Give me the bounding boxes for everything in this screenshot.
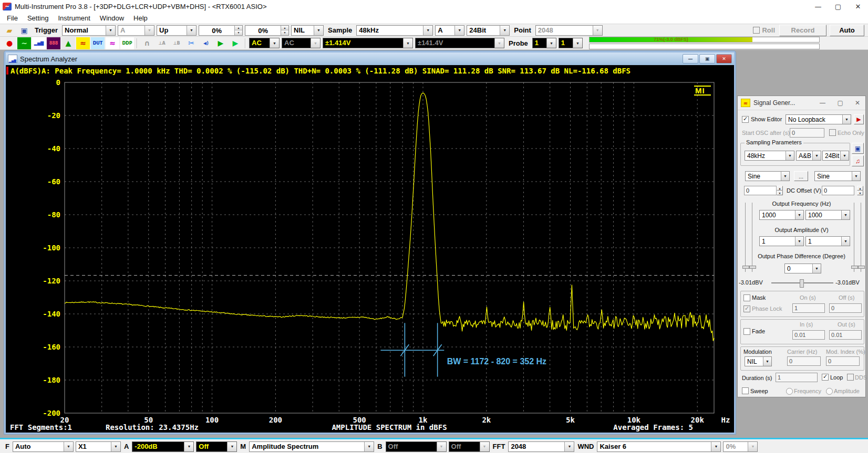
range-a-combo[interactable]: ±1.414V▼ [323,38,413,48]
dds-checkbox[interactable] [847,374,854,381]
chevron-down-icon[interactable]: ▼ [494,38,504,48]
multimeter-icon[interactable]: 888 [47,37,60,49]
dut-icon[interactable]: DUT [91,37,105,49]
run-once-icon[interactable]: ▶ [229,37,242,49]
chevron-down-icon[interactable]: ▼ [106,26,115,35]
chevron-down-icon[interactable]: ▼ [500,26,509,35]
range-b-combo[interactable]: ±141.4V▼ [415,38,504,48]
trigger-edge-combo[interactable]: Up▼ [157,25,197,36]
oscilloscope-icon[interactable]: ~ [17,37,31,49]
spectrum-analyzer-icon[interactable]: ▂▅▇ [32,37,46,49]
loop-checkbox[interactable] [822,374,829,381]
sweep-amplitude-radio[interactable] [826,388,833,395]
loopback-combo[interactable]: No Loopback ▼ [786,114,851,124]
menu-item-instrument[interactable]: Instrument [53,13,95,23]
save-signal-icon[interactable]: ▣ [852,143,864,154]
slider-handle[interactable] [742,266,749,269]
b-range-combo[interactable]: Off▼ [386,441,447,452]
menu-item-help[interactable]: Help [129,13,152,23]
amplitude-a-combo[interactable]: 1 ▼ [759,236,804,246]
window-close-icon[interactable]: ✕ [716,54,732,64]
trigger-source-combo[interactable]: A▼ [118,25,154,36]
sound-device-icon[interactable]: ◀) [199,37,213,49]
balance-slider-handle[interactable] [800,279,804,288]
music-notes-icon[interactable]: ♫ [852,155,864,166]
slider-handle[interactable] [858,266,865,269]
frequency-range-combo[interactable]: Auto▼ [13,441,74,452]
chevron-down-icon[interactable]: ▼ [841,237,850,246]
amplitude-b-combo[interactable]: 1 ▼ [805,236,850,246]
chevron-down-icon[interactable]: ▼ [314,26,323,35]
b-shift-combo[interactable]: Off▼ [449,441,490,452]
chevron-down-icon[interactable]: ▼ [748,442,757,451]
dc-offset-a-input[interactable] [744,186,777,195]
duration-input[interactable] [776,373,818,382]
level-a-coarse-slider[interactable] [745,203,746,272]
chevron-down-icon[interactable]: ▼ [593,26,602,35]
generator-bits-combo[interactable]: 24Bit ▼ [822,151,849,161]
record-icon[interactable]: ● [3,37,16,49]
chevron-down-icon[interactable]: ▼ [546,38,556,48]
chevron-down-icon[interactable]: ▼ [270,38,279,48]
phase-combo[interactable]: 0 ▼ [784,264,821,273]
sweep-frequency-radio[interactable] [786,388,793,395]
a-shift-combo[interactable]: Off▼ [196,441,237,452]
chevron-down-icon[interactable]: ▼ [311,38,320,48]
chevron-down-icon[interactable]: ▼ [454,26,464,35]
coupling-a-combo[interactable]: AC▼ [249,38,280,48]
window-restore-icon[interactable]: ▣ [699,54,715,64]
panel-restore-icon[interactable]: ▢ [838,99,843,107]
frequency-b-combo[interactable]: 1000 ▼ [805,210,850,220]
chevron-down-icon[interactable]: ▼ [144,26,154,35]
spin-down-icon[interactable]: ▼ [235,30,242,35]
dc-offset-a-down-icon[interactable]: ▼ [777,191,783,195]
slider-handle[interactable] [749,266,756,269]
chevron-down-icon[interactable]: ▼ [795,237,803,246]
minimize-icon[interactable]: — [808,1,828,13]
spin-up-icon[interactable]: ▲ [281,26,288,30]
chevron-down-icon[interactable]: ▼ [64,442,73,451]
fade-out-input[interactable] [829,330,862,340]
generator-start-button[interactable]: ▶ [854,114,864,124]
chevron-down-icon[interactable]: ▼ [840,151,849,160]
fft-size-combo[interactable]: 2048▼ [508,441,574,452]
start-osc-input[interactable] [790,128,824,138]
level-a-fine-slider[interactable] [752,203,752,272]
chevron-down-icon[interactable]: ▼ [841,210,850,219]
chevron-down-icon[interactable]: ▼ [842,115,851,124]
sweep-checkbox[interactable] [742,387,749,394]
chevron-down-icon[interactable]: ▼ [786,151,794,160]
mask-off-input[interactable] [829,303,862,313]
spin-down-icon[interactable]: ▼ [281,30,288,35]
trigger-level-spinner[interactable]: 0%▲▼ [199,25,243,36]
auto-button[interactable]: Auto [830,25,864,36]
a-range-combo[interactable]: -200dB▼ [132,441,194,452]
open-file-icon[interactable]: ▰ [3,24,16,36]
derived-data-icon[interactable]: ≈ [106,37,119,49]
maximize-icon[interactable]: ▢ [828,1,848,13]
menu-item-window[interactable]: Window [95,13,129,23]
level-b-coarse-slider[interactable] [854,203,854,272]
coupling-b-combo[interactable]: AC▼ [282,38,321,48]
echo-only-checkbox[interactable] [829,129,836,136]
sample-bits-combo[interactable]: 24Bit▼ [467,25,510,36]
chevron-down-icon[interactable]: ▼ [480,442,489,451]
chevron-down-icon[interactable]: ▼ [763,357,771,366]
chevron-down-icon[interactable]: ▼ [187,26,196,35]
chevron-down-icon[interactable]: ▼ [781,172,789,181]
mod-index-input[interactable] [826,356,860,366]
chevron-down-icon[interactable]: ▼ [111,442,120,451]
dc-offset-b-up-icon[interactable]: ▲ [857,186,863,191]
sample-rate-combo[interactable]: 48kHz▼ [356,25,433,36]
frequency-multiplier-combo[interactable]: X1▼ [76,441,121,452]
mask-checkbox[interactable] [743,294,750,301]
probe-b-combo[interactable]: 1▼ [559,38,583,48]
chevron-down-icon[interactable]: ▼ [184,442,193,451]
overlap-combo[interactable]: 0%▼ [723,441,758,452]
spectrum-window-titlebar[interactable]: ▂▅▇ Spectrum Analyzer — ▣ ✕ [6,52,734,65]
modulation-type-combo[interactable]: NIL ▼ [745,356,772,366]
chevron-down-icon[interactable]: ▼ [564,442,574,451]
dc-offset-a-up-icon[interactable]: ▲ [777,186,783,191]
calibration-icon[interactable]: ✂ [184,37,198,49]
signal-generator-titlebar[interactable]: ≈ Signal Gener... — ▢ ✕ [738,96,865,110]
